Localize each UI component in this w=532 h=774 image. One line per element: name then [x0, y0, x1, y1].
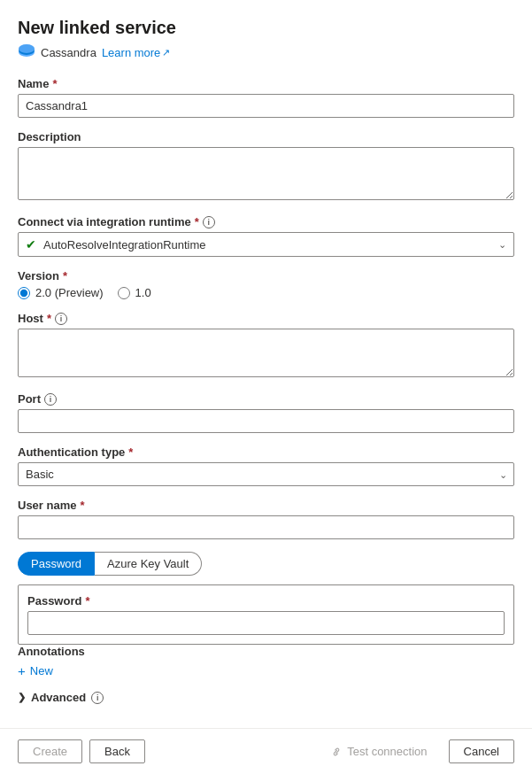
host-input[interactable] — [18, 329, 514, 377]
footer-right: Test connection Cancel — [316, 739, 514, 763]
svg-point-2 — [19, 44, 35, 53]
advanced-section[interactable]: ❯ Advanced i — [18, 691, 514, 704]
auth-type-dropdown[interactable]: Basic Anonymous ⌄ — [18, 462, 514, 486]
version-field-group: Version* 2.0 (Preview) 1.0 — [18, 269, 514, 299]
port-field-group: Port i — [18, 392, 514, 433]
annotations-label: Annotations — [18, 645, 514, 658]
learn-more-link[interactable]: Learn more ↗ — [102, 46, 170, 59]
name-label: Name* — [18, 77, 514, 90]
version-2-label: 2.0 (Preview) — [35, 286, 104, 299]
new-annotation-button[interactable]: + New — [18, 663, 53, 678]
host-info-icon[interactable]: i — [55, 313, 67, 325]
port-input[interactable] — [18, 409, 514, 433]
subtitle-text: Cassandra — [41, 46, 96, 59]
version-2-option[interactable]: 2.0 (Preview) — [18, 286, 104, 299]
password-input[interactable] — [27, 611, 505, 635]
cancel-button[interactable]: Cancel — [449, 739, 514, 763]
version-1-radio[interactable] — [118, 287, 130, 299]
port-info-icon[interactable]: i — [44, 393, 57, 406]
ir-chevron-icon: ⌄ — [498, 239, 506, 251]
advanced-info-icon[interactable]: i — [91, 692, 104, 704]
integration-runtime-label: Connect via integration runtime* i — [18, 215, 514, 228]
green-check-icon: ✔ — [26, 237, 36, 252]
subtitle-row: Cassandra Learn more ↗ — [18, 43, 514, 61]
username-field-group: User name* — [18, 499, 514, 539]
auth-type-field-group: Authentication type* Basic Anonymous ⌄ — [18, 445, 514, 486]
page-title: New linked service — [18, 18, 514, 38]
integration-runtime-info-icon[interactable]: i — [203, 216, 215, 228]
cassandra-icon — [18, 43, 35, 61]
advanced-label: Advanced — [31, 691, 86, 704]
description-input[interactable] — [18, 147, 514, 200]
password-label: Password* — [27, 594, 505, 608]
auth-type-label: Authentication type* — [18, 445, 514, 459]
plus-icon: + — [18, 663, 26, 678]
integration-runtime-dropdown[interactable]: ✔ AutoResolveIntegrationRuntime ⌄ — [18, 232, 514, 257]
footer-left: Create Back — [18, 739, 145, 763]
integration-runtime-field-group: Connect via integration runtime* i ✔ Aut… — [18, 215, 514, 257]
create-button[interactable]: Create — [18, 739, 82, 763]
name-field-group: Name* — [18, 77, 514, 118]
external-link-icon: ↗ — [162, 47, 170, 58]
version-1-label: 1.0 — [135, 286, 151, 299]
password-tab[interactable]: Password — [18, 552, 95, 576]
azure-key-vault-tab[interactable]: Azure Key Vault — [95, 552, 202, 576]
password-tabs: Password Azure Key Vault — [18, 552, 514, 576]
auth-type-select[interactable]: Basic Anonymous — [18, 462, 514, 486]
host-label: Host* i — [18, 312, 514, 325]
advanced-chevron-icon: ❯ — [18, 692, 26, 703]
password-box: Password* — [18, 584, 514, 645]
host-field-group: Host* i — [18, 312, 514, 380]
description-label: Description — [18, 130, 514, 143]
annotations-section: Annotations + New — [18, 645, 514, 678]
username-input[interactable] — [18, 515, 514, 539]
name-required-star: * — [52, 77, 57, 90]
version-2-radio[interactable] — [18, 287, 30, 299]
username-label: User name* — [18, 499, 514, 512]
port-label: Port i — [18, 392, 514, 406]
version-options-row: 2.0 (Preview) 1.0 — [18, 286, 514, 299]
name-input[interactable] — [18, 94, 514, 118]
test-connection-button[interactable]: Test connection — [316, 740, 441, 762]
link-icon — [330, 746, 343, 758]
version-1-option[interactable]: 1.0 — [118, 286, 151, 299]
version-label: Version* — [18, 269, 514, 283]
integration-runtime-value: AutoResolveIntegrationRuntime — [43, 238, 491, 252]
description-field-group: Description — [18, 130, 514, 203]
back-button[interactable]: Back — [89, 739, 145, 763]
footer-bar: Create Back Test connection Cancel — [0, 728, 532, 774]
